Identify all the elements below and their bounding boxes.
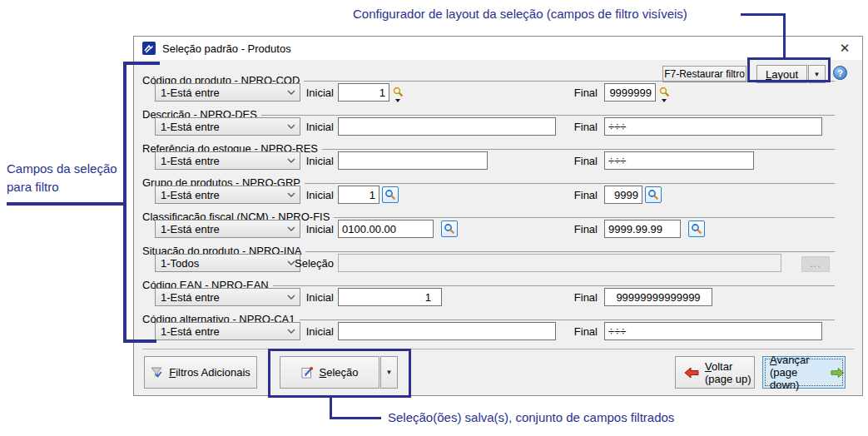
additional-filters-label: Filtros Adicionais (169, 366, 250, 379)
filter-group-descricao: Descrição - NPRO-DES 1-Está entre Inicia… (142, 108, 835, 141)
annotation-leader-line (7, 202, 125, 206)
back-button[interactable]: Voltar (page up) (675, 356, 755, 389)
search-button[interactable] (645, 186, 662, 203)
magnifier-icon (647, 189, 659, 201)
search-button[interactable] (688, 220, 705, 237)
operator-value: 1-Está entre (161, 87, 220, 99)
ellipsis-control: ... (801, 255, 830, 273)
funnel-icon (151, 367, 163, 379)
operator-value: 1-Está entre (161, 155, 220, 167)
lookup-control (659, 87, 671, 99)
forward-button[interactable]: Avançar (page down) (762, 356, 846, 389)
inicial-input[interactable] (338, 186, 379, 204)
inicial-field-group (338, 151, 488, 170)
final-field-group (604, 83, 671, 102)
final-input[interactable] (604, 322, 822, 340)
additional-filters-button[interactable]: Filtros Adicionais (144, 356, 257, 389)
browse-ellipsis-button[interactable]: ... (801, 256, 830, 272)
final-input[interactable] (604, 83, 656, 102)
group-controls: 1-Está entre Inicial Final (142, 322, 835, 344)
inicial-input[interactable] (338, 83, 389, 102)
magnifier-icon (444, 223, 455, 235)
final-input[interactable] (604, 186, 642, 204)
search-button[interactable] (382, 186, 399, 203)
final-label: Final (546, 151, 598, 170)
group-divider-line (261, 115, 835, 116)
annotation-layout-highlight-box (747, 57, 831, 82)
group-controls: 1-Está entre Inicial Final (142, 186, 835, 207)
app-icon (142, 42, 156, 55)
inicial-field-group (338, 186, 399, 204)
dropdown-arrow-icon[interactable] (662, 99, 667, 105)
final-label: Final (546, 322, 598, 340)
help-icon[interactable]: ? (833, 66, 847, 80)
group-controls: 1-Está entre Inicial Final (142, 117, 835, 139)
final-field-group (604, 186, 662, 204)
lookup-control (393, 87, 404, 99)
forward-button-label: Avançar (page down) (770, 354, 825, 391)
operator-value: 1-Está entre (161, 291, 220, 304)
group-divider-line (305, 251, 835, 252)
final-label: Final (546, 83, 598, 102)
filter-group-codigo-alternativo: Código alternativo - NPRO-CA1 1-Está ent… (142, 313, 835, 346)
final-input[interactable] (604, 117, 822, 136)
dialog-title: Seleção padrão - Produtos (162, 42, 291, 55)
selecao-field-group (338, 254, 781, 272)
filter-group-grupo-produtos: Grupo de produtos - NPRO-GRP 1-Está entr… (142, 176, 835, 210)
title-bar: Seleção padrão - Produtos ✕ (134, 37, 862, 60)
filter-group-codigo-produto: Código do produto - NPRO-COD 1-Está entr… (142, 74, 835, 107)
magnifier-icon (691, 223, 702, 235)
final-input[interactable] (604, 220, 681, 238)
footer-divider (142, 349, 854, 349)
group-divider-line (305, 183, 835, 184)
operator-value: 1-Está entre (161, 325, 220, 338)
selecao-label: Seleção (255, 254, 334, 272)
final-label: Final (546, 220, 598, 238)
inicial-input[interactable] (338, 288, 442, 306)
final-field-group (604, 322, 822, 340)
group-controls: 1-Está entre Inicial Final (142, 288, 835, 310)
filter-group-codigo-ean: Código EAN - NPRO-EAN 1-Está entre Inici… (142, 279, 835, 312)
dropdown-arrow-icon[interactable] (395, 99, 400, 105)
inicial-label: Inicial (255, 83, 334, 102)
annotation-leader-line (330, 417, 381, 419)
magnifier-icon[interactable] (393, 87, 404, 97)
annotation-bracket-tick (123, 62, 160, 65)
final-field-group (604, 220, 705, 238)
magnifier-icon[interactable] (659, 87, 670, 97)
filter-group-classificacao-fiscal: Classificação fiscal (NCM) - NPRO-FIS 1-… (142, 211, 835, 244)
magnifier-icon (384, 189, 396, 201)
operator-value: 1-Está entre (161, 121, 220, 133)
inicial-label: Inicial (255, 186, 334, 204)
group-controls: 1-Está entre Inicial Final (142, 83, 835, 105)
annotation-layout-label: Configurador de layout da seleção (campo… (353, 7, 687, 21)
inicial-input[interactable] (338, 220, 434, 238)
back-button-label: Voltar (page up) (705, 360, 751, 385)
red-left-arrow-icon (684, 367, 699, 379)
group-controls: 1-Está entre Inicial Final (142, 220, 835, 241)
operator-value: 1-Está entre (161, 189, 220, 201)
inicial-field-group (338, 288, 442, 306)
annotation-leader-line (783, 13, 786, 60)
inicial-input[interactable] (338, 117, 556, 136)
inicial-input[interactable] (338, 322, 556, 340)
final-input[interactable] (604, 288, 712, 306)
selection-dialog: Seleção padrão - Produtos ✕ F7-Restaurar… (133, 36, 863, 396)
final-field-group (604, 117, 822, 136)
inicial-label: Inicial (255, 288, 334, 306)
operator-value: 1-Está entre (161, 223, 220, 235)
annotation-bracket-line (123, 62, 126, 343)
annotation-selection-highlight-box (268, 349, 411, 398)
final-label: Final (546, 186, 598, 204)
final-field-group (604, 288, 712, 306)
inicial-label: Inicial (255, 322, 334, 340)
group-controls: 1-Está entre Inicial Final (142, 151, 835, 173)
close-icon[interactable]: ✕ (836, 40, 854, 57)
annotation-fields-label: Campos da seleção para filtro (7, 160, 131, 196)
search-button[interactable] (441, 220, 458, 237)
annotation-leader-line (741, 13, 786, 16)
inicial-input[interactable] (338, 151, 488, 170)
filter-group-referencia-estoque: Referência do estoque - NPRO-RES 1-Está … (142, 142, 835, 176)
final-input[interactable] (604, 151, 754, 170)
final-label: Final (546, 288, 598, 306)
